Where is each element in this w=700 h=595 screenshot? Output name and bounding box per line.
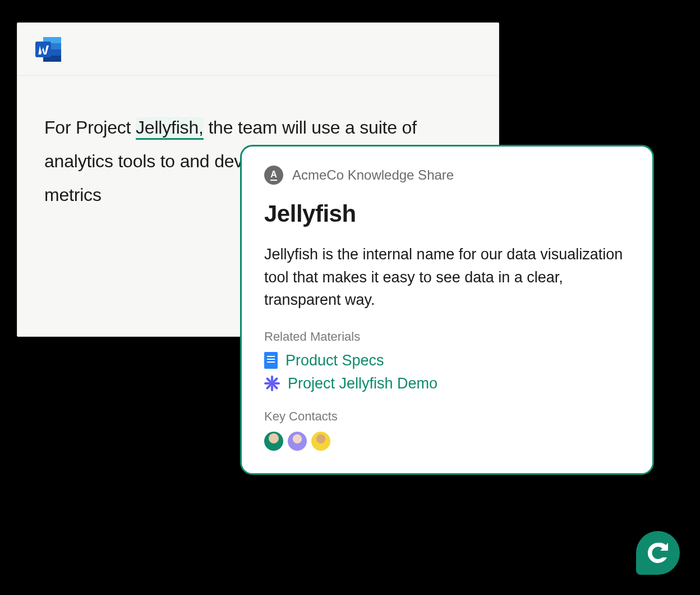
- svg-rect-8: [264, 382, 270, 385]
- knowledge-source-row: A AcmeCo Knowledge Share: [264, 166, 630, 185]
- document-text-before: For Project: [44, 117, 136, 138]
- contact-avatar-1[interactable]: [264, 432, 283, 451]
- word-app-icon: [34, 35, 63, 64]
- svg-rect-9: [274, 382, 280, 385]
- loom-icon: [264, 376, 280, 391]
- google-doc-icon: [264, 352, 278, 369]
- related-item-label: Product Specs: [285, 352, 384, 369]
- key-contacts-label: Key Contacts: [264, 409, 630, 424]
- knowledge-share-card: A AcmeCo Knowledge Share Jellyfish Jelly…: [240, 145, 654, 475]
- related-materials-list: Product Specs: [264, 352, 630, 392]
- svg-point-14: [269, 381, 275, 386]
- related-materials-label: Related Materials: [264, 329, 630, 344]
- grammarly-icon: [644, 539, 671, 566]
- contact-avatar-2[interactable]: [288, 432, 307, 451]
- svg-rect-6: [271, 376, 273, 381]
- related-item-product-specs[interactable]: Product Specs: [264, 352, 630, 369]
- key-contacts-row: [264, 432, 630, 451]
- svg-rect-7: [271, 386, 273, 391]
- knowledge-card-description: Jellyfish is the internal name for our d…: [264, 243, 630, 312]
- knowledge-card-title: Jellyfish: [264, 200, 630, 227]
- related-item-jellyfish-demo[interactable]: Project Jellyfish Demo: [264, 375, 630, 392]
- grammarly-button[interactable]: [636, 531, 680, 575]
- related-item-label: Project Jellyfish Demo: [288, 375, 438, 392]
- highlighted-term[interactable]: Jellyfish,: [136, 117, 204, 140]
- word-header: [17, 23, 499, 76]
- source-icon: A: [264, 166, 283, 185]
- contact-avatar-3[interactable]: [311, 432, 330, 451]
- knowledge-source-label: AcmeCo Knowledge Share: [292, 167, 454, 183]
